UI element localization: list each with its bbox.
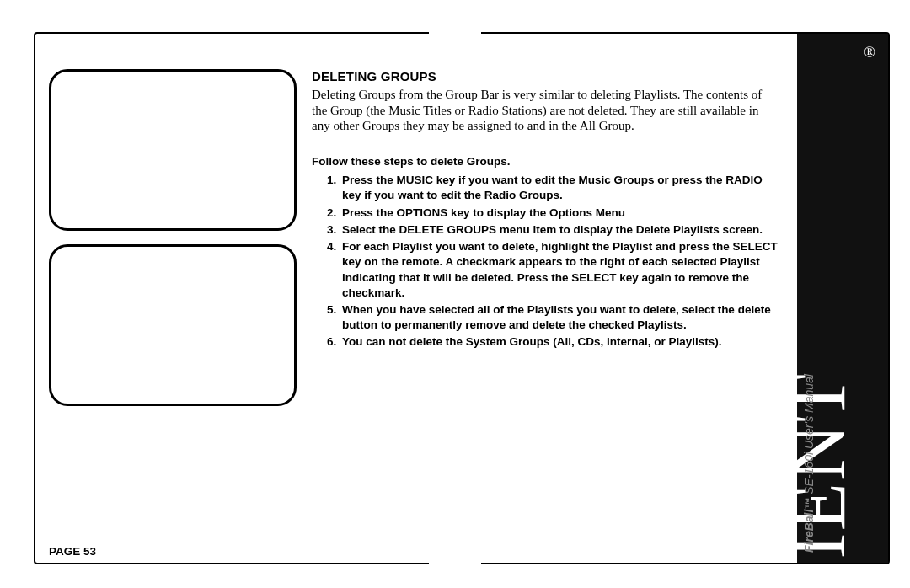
list-item: 3.Select the DELETE GROUPS menu item to … — [327, 222, 779, 238]
list-item: 4.For each Playlist you want to delete, … — [327, 239, 779, 301]
intro-paragraph: Deleting Groups from the Group Bar is ve… — [312, 87, 779, 134]
manual-product: FireBall™ — [802, 498, 816, 553]
registered-mark: ® — [864, 44, 875, 61]
steps-block: Follow these steps to delete Groups. 1.P… — [312, 154, 779, 350]
step-text: When you have selected all of the Playli… — [342, 303, 771, 331]
brand-sidebar: ESCIENT ® FireBall™ SE-160i User's Manua… — [797, 34, 888, 563]
list-item: 1.Press the MUSIC key if you want to edi… — [327, 173, 779, 203]
manual-rest: SE-160i User's Manual — [802, 374, 816, 498]
list-item: 5.When you have selected all of the Play… — [327, 302, 779, 333]
step-text: For each Playlist you want to delete, hi… — [342, 240, 778, 299]
step-text: Press the OPTIONS key to display the Opt… — [342, 206, 625, 219]
manual-title: FireBall™ SE-160i User's Manual — [802, 374, 816, 553]
list-item: 2.Press the OPTIONS key to display the O… — [327, 206, 779, 221]
content-column: DELETING GROUPS Deleting Groups from the… — [312, 69, 779, 352]
list-item: 6.You can not delete the System Groups (… — [327, 334, 779, 350]
step-text: You can not delete the System Groups (Al… — [342, 335, 722, 348]
step-text: Press the MUSIC key if you want to edit … — [342, 174, 763, 201]
steps-lead: Follow these steps to delete Groups. — [312, 154, 779, 169]
step-text: Select the DELETE GROUPS menu item to di… — [342, 223, 763, 236]
steps-list: 1.Press the MUSIC key if you want to edi… — [312, 173, 779, 350]
page-number: PAGE 53 — [49, 545, 96, 558]
screenshot-placeholder-1 — [49, 69, 297, 231]
section-heading: DELETING GROUPS — [312, 69, 779, 85]
screenshot-placeholder-2 — [49, 244, 297, 406]
